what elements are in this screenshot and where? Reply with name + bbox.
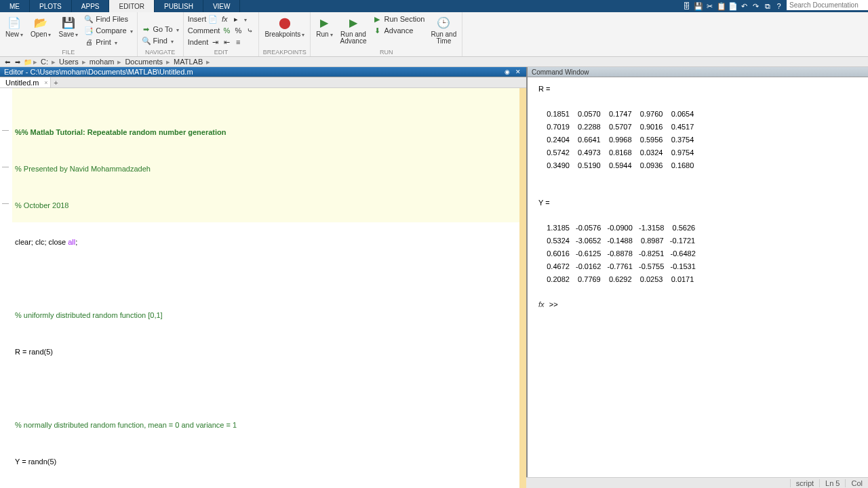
command-window-panel: Command Window R = 0.1851 0.0570 0.1747 … [528,67,868,477]
run-section-button[interactable]: ▶Run Section [371,14,426,24]
tab-plots[interactable]: PLOTS [30,0,72,12]
undo-icon[interactable]: ↶ [739,1,749,12]
save-icon[interactable]: 💾 [693,1,703,12]
run-button[interactable]: ▶Run [313,14,335,40]
search-doc-input[interactable] [787,0,868,10]
fold-gutter: — — — [0,88,12,488]
advance-button[interactable]: ⬇Advance [371,25,426,36]
editor-scroll-indicator [519,88,526,488]
file-tab-untitled[interactable]: Untitled.m× [0,77,51,87]
status-col: Col [845,479,868,487]
compare-button[interactable]: 📑Compare [83,25,134,36]
editor-panel: Editor - C:\Users\moham\Documents\MATLAB… [0,67,528,477]
ribbon-group-edit: EDIT [186,48,256,56]
path-seg-matlab[interactable]: MATLAB [172,58,205,66]
path-seg-users[interactable]: Users [57,58,81,66]
comment-button[interactable]: Comment % % ⤷ [186,25,256,36]
ribbon-group-run: RUN [313,48,459,56]
code-editor[interactable]: %% Matlab Tutorial: Repeatable random nu… [12,88,519,488]
open-button[interactable]: 📂Open [28,14,54,40]
quick-access-toolbar: 🗄 💾 ✂ 📋 📄 ↶ ↷ ⧉ ? [682,0,787,12]
path-toolbar: ⬅ ➡ 📁 ▸ C:▸ Users▸ moham▸ Documents▸ MAT… [0,57,868,67]
status-line: Ln 5 [819,479,845,487]
indent-button[interactable]: Indent ⇥ ⇤ ≡ [186,37,256,47]
path-seg-moham[interactable]: moham [87,58,117,66]
paste-icon[interactable]: 📄 [728,1,738,12]
editor-title-text: Editor - C:\Users\moham\Documents\MATLAB… [4,68,193,76]
back-icon[interactable]: ⬅ [3,58,12,66]
copy-icon[interactable]: 📋 [716,1,726,12]
run-advance-button[interactable]: ▶Run and Advance [338,14,370,46]
goto-button[interactable]: ➡Go To [140,24,180,35]
insert-button[interactable]: Insert 📄 fx ▸ [186,14,256,24]
maximize-icon[interactable]: ◉ [503,68,511,76]
tab-home[interactable]: ME [0,0,30,12]
dummy [140,14,180,23]
command-window-title: Command Window [528,67,868,77]
up-folder-icon[interactable]: 📁 [23,58,32,66]
tab-apps[interactable]: APPS [72,0,110,12]
find-files-button[interactable]: 🔍Find Files [83,14,134,24]
breakpoints-button[interactable]: ⬤Breakpoints [262,14,307,40]
main-tab-bar: ME PLOTS APPS EDITOR PUBLISH VIEW 🗄 💾 ✂ … [0,0,868,12]
ribbon-group-file: FILE [3,48,134,56]
path-seg-documents[interactable]: Documents [123,58,165,66]
fx-prompt-icon: fx [538,300,545,308]
close-panel-icon[interactable]: ✕ [514,68,522,76]
save-button[interactable]: 💾Save [56,14,81,40]
help-icon[interactable]: ? [774,1,784,12]
tab-publish[interactable]: PUBLISH [155,0,203,12]
switch-icon[interactable]: ⧉ [762,1,772,12]
new-button[interactable]: 📄New [3,14,26,40]
command-window[interactable]: R = 0.1851 0.0570 0.1747 0.9760 0.0654 0… [528,77,868,477]
ribbon-group-breakpoints: BREAKPOINTS [262,48,307,56]
tab-view[interactable]: VIEW [203,0,241,12]
status-file-type: script [790,479,819,487]
ribbon-group-navigate: NAVIGATE [140,48,180,56]
path-seg-c[interactable]: C: [39,58,50,66]
add-tab-button[interactable]: + [51,77,62,87]
print-button[interactable]: 🖨Print [83,37,134,47]
ribbon-toolbar: 📄New 📂Open 💾Save 🔍Find Files 📑Compare 🖨P… [0,12,868,57]
tab-editor[interactable]: EDITOR [109,0,155,12]
editor-title-bar: Editor - C:\Users\moham\Documents\MATLAB… [0,67,526,77]
find-button[interactable]: 🔍Find [140,35,180,46]
redo-icon[interactable]: ↷ [751,1,761,12]
forward-icon[interactable]: ➡ [13,58,22,66]
editor-tab-strip: Untitled.m× + [0,77,526,88]
cut-icon[interactable]: ✂ [705,1,715,12]
close-tab-icon[interactable]: × [44,79,47,86]
server-icon[interactable]: 🗄 [682,1,692,12]
run-time-button[interactable]: 🕒Run and Time [428,14,459,46]
